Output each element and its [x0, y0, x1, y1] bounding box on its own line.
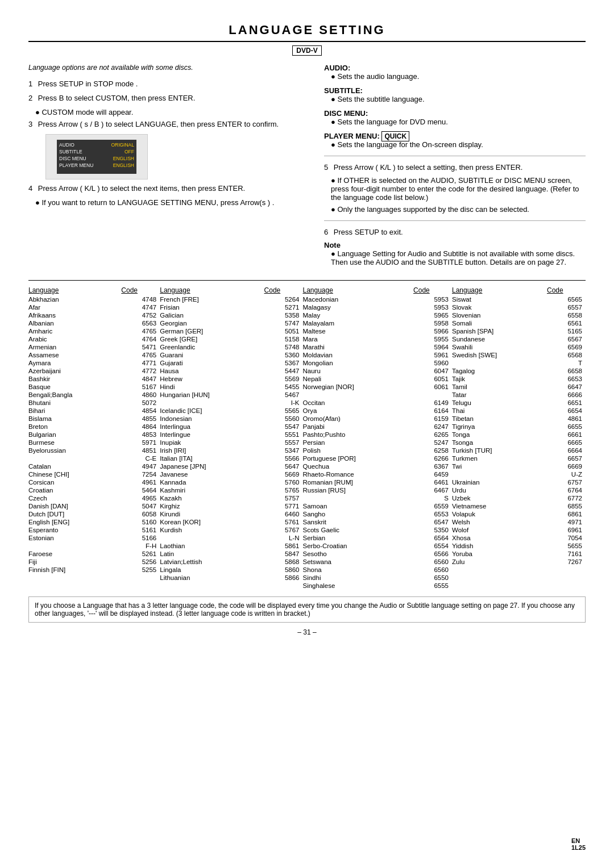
lang-table-row: Croatian5464Kashmiri5765Russian [RUS]646… [28, 486, 586, 494]
bullet-return: If you want to return to LANGUAGE SETTIN… [35, 198, 307, 207]
lang-cell-3-6: Somali [452, 319, 547, 327]
lang-cell-27-2: Kirundi [160, 510, 264, 518]
lang-cell-35-2: Lithuanian [160, 574, 264, 582]
lang-table-row: Breton4864Interlingua5547Panjabi6247Tigr… [28, 423, 586, 431]
mock-row-3: DISC MENU ENGLISH [59, 156, 134, 161]
lang-table-row: Bengali;Bangla4860Hungarian [HUN]5467Tat… [28, 391, 586, 399]
lang-cell-19-7: 6664 [547, 446, 586, 454]
lang-cell-8-4: Mongolian [302, 359, 413, 367]
lang-cell-21-1: 4947 [121, 462, 160, 470]
lang-cell-2-3: 5358 [264, 311, 303, 319]
lang-cell-12-4 [302, 391, 413, 399]
lang-cell-15-6: Tibetan [452, 415, 547, 423]
lang-cell-1-4: Malagasy [302, 303, 413, 311]
lang-cell-6-2: Greenlandic [160, 343, 264, 351]
lang-cell-16-2: Interlingua [160, 423, 264, 431]
lang-table-row: Danish [DAN]5047Kirghiz5771Samoan6559Vie… [28, 502, 586, 510]
lang-table-row: Dutch [DUT]6058Kirundi6460Sangho6553Vola… [28, 510, 586, 518]
divider-2 [324, 220, 586, 221]
page-number: – 31 – [28, 628, 586, 636]
lang-cell-2-1: 4752 [121, 311, 160, 319]
en-badge-text: EN1L25 [571, 837, 586, 851]
lang-cell-10-7: 6653 [547, 375, 586, 383]
lang-cell-28-0: English [ENG] [28, 518, 121, 526]
lang-cell-12-0: Bengali;Bangla [28, 391, 121, 399]
lang-table-row: Chinese [CHI]7254Javanese5669Rhaeto-Roma… [28, 470, 586, 478]
lang-cell-2-4: Malay [302, 311, 413, 319]
lang-cell-17-2: Interlingue [160, 431, 264, 439]
lang-cell-36-2 [160, 582, 264, 590]
lang-table: Language Code Language Code Language Cod… [28, 286, 586, 590]
lang-cell-24-6: Urdu [452, 486, 547, 494]
lang-table-row: Lithuanian5866Sindhi6550 [28, 574, 586, 582]
lang-cell-7-5: 5961 [413, 351, 452, 359]
lang-cell-8-3: 5367 [264, 359, 303, 367]
lang-cell-22-4: Rhaeto-Romance [302, 470, 413, 478]
lang-cell-25-0: Czech [28, 494, 121, 502]
lang-cell-31-2: Laothian [160, 542, 264, 550]
lang-cell-10-5: 6051 [413, 375, 452, 383]
audio-text: Sets the audio language. [331, 72, 586, 81]
lang-cell-22-7: U-Z [547, 470, 586, 478]
lang-table-row: Fiji5256Latvian;Lettish5868Setswana6560Z… [28, 558, 586, 566]
lang-cell-30-0: Estonian [28, 534, 121, 542]
lang-cell-14-5: 6164 [413, 407, 452, 415]
lang-cell-24-0: Croatian [28, 486, 121, 494]
page-title: LANGUAGE SETTING [28, 23, 586, 42]
lang-cell-19-3: 5347 [264, 446, 303, 454]
lang-table-row: Czech4965Kazakh5757SUzbek6772 [28, 494, 586, 502]
dvd-badge: DVD-V [292, 45, 321, 56]
lang-cell-17-4: Pashto;Pushto [302, 431, 413, 439]
lang-cell-14-3: 5565 [264, 407, 303, 415]
lang-cell-16-5: 6247 [413, 423, 452, 431]
lang-cell-7-7: 6568 [547, 351, 586, 359]
step-2-text: Press B to select CUSTOM, then press ENT… [38, 94, 195, 102]
lang-cell-5-0: Arabic [28, 335, 121, 343]
lang-cell-35-0 [28, 574, 121, 582]
lang-cell-15-3: 5560 [264, 415, 303, 423]
lang-cell-33-2: Latvian;Lettish [160, 558, 264, 566]
step-1-number: 1 [28, 80, 32, 88]
lang-table-row: Basque5167Hindi5455Norwegian [NOR]6061Ta… [28, 383, 586, 391]
lang-cell-15-0: Bislama [28, 415, 121, 423]
lang-cell-13-4: Occitan [302, 399, 413, 407]
lang-cell-4-1: 4765 [121, 327, 160, 335]
lang-cell-30-6: Xhosa [452, 534, 547, 542]
lang-cell-7-3: 5360 [264, 351, 303, 359]
lang-cell-3-0: Albanian [28, 319, 121, 327]
lang-cell-10-1: 4847 [121, 375, 160, 383]
lang-cell-24-4: Russian [RUS] [302, 486, 413, 494]
lang-cell-9-7: 6658 [547, 367, 586, 375]
mock-value-discmenu: ENGLISH [113, 156, 134, 161]
lang-cell-1-6: Slovak [452, 303, 547, 311]
lang-cell-21-0: Catalan [28, 462, 121, 470]
lang-cell-0-3: 5264 [264, 295, 303, 303]
lang-cell-30-2 [160, 534, 264, 542]
lang-cell-3-4: Malayalam [302, 319, 413, 327]
lang-cell-15-5: 6159 [413, 415, 452, 423]
lang-cell-29-2: Kurdish [160, 526, 264, 534]
lang-cell-24-5: 6467 [413, 486, 452, 494]
lang-cell-10-6: Tajik [452, 375, 547, 383]
right-bullet-1: If OTHER is selected on the AUDIO, SUBTI… [331, 176, 586, 202]
main-layout: Language options are not available with … [28, 64, 586, 270]
lang-table-row: English [ENG]5160Korean [KOR]5761Sanskri… [28, 518, 586, 526]
lang-cell-7-2: Guarani [160, 351, 264, 359]
lang-cell-32-0: Faroese [28, 550, 121, 558]
lang-cell-18-1: 5971 [121, 439, 160, 446]
lang-cell-2-2: Galician [160, 311, 264, 319]
lang-cell-13-5: 6149 [413, 399, 452, 407]
lang-cell-12-6: Tatar [452, 391, 547, 399]
step-6: 6 Press SETUP to exit. [324, 228, 586, 236]
lang-cell-25-2: Kazakh [160, 494, 264, 502]
lang-cell-0-0: Abkhazian [28, 295, 121, 303]
lang-cell-20-2: Italian [ITA] [160, 454, 264, 462]
lang-cell-11-5: 6061 [413, 383, 452, 391]
step-6-text: Press SETUP to exit. [334, 228, 403, 236]
lang-cell-19-6: Turkish [TUR] [452, 446, 547, 454]
lang-cell-19-0: Byelorussian [28, 446, 121, 454]
lang-cell-15-1: 4855 [121, 415, 160, 423]
lang-cell-29-5: 5350 [413, 526, 452, 534]
mock-row-2: SUBTITLE OFF [59, 149, 134, 155]
lang-cell-26-4: Samoan [302, 502, 413, 510]
